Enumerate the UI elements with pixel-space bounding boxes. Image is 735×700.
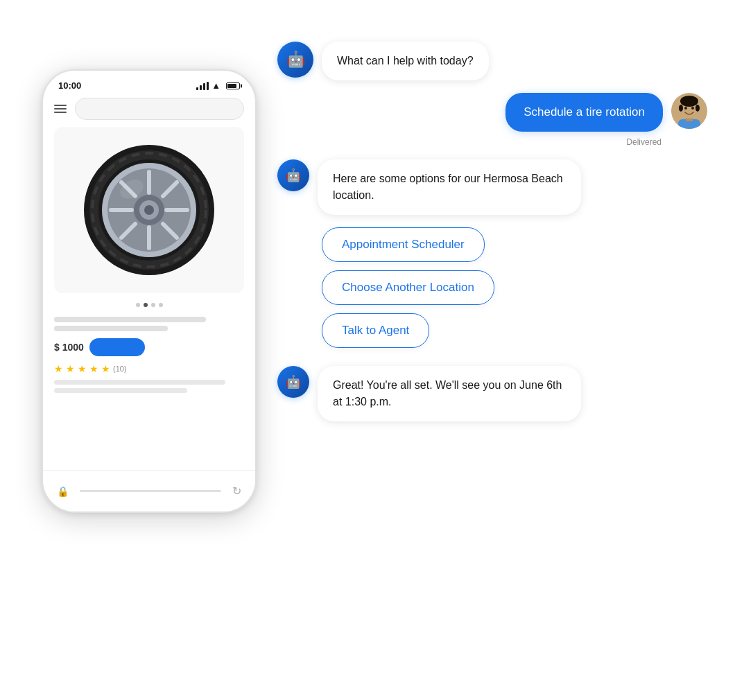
- bot-options-intro-bubble: Here are some options for our Hermosa Be…: [318, 159, 581, 215]
- bot-confirmation-text: Great! You're all set. We'll see you on …: [333, 379, 562, 408]
- svg-point-26: [695, 105, 700, 112]
- bot-greeting-bubble: What can I help with today?: [322, 42, 489, 80]
- bot-greeting-text: What can I help with today?: [337, 55, 474, 67]
- tire-image: [54, 127, 244, 293]
- bot-options-intro-row: 🤖 Here are some options for our Hermosa …: [277, 159, 707, 215]
- status-bar: 10:00 ▲: [43, 71, 255, 95]
- star-3: ★: [78, 363, 87, 374]
- svg-point-23: [691, 107, 694, 110]
- user-message-bubble: Schedule a tire rotation: [505, 93, 663, 132]
- phone-mockup: 10:00 ▲: [42, 69, 257, 513]
- desc-line-2: [54, 388, 187, 393]
- stars-row: ★ ★ ★ ★ ★ (10): [54, 363, 244, 374]
- time-display: 10:00: [58, 80, 81, 91]
- star-5: ★: [101, 363, 110, 374]
- option-buttons: Appointment Scheduler Choose Another Loc…: [277, 227, 707, 348]
- svg-point-25: [679, 105, 683, 112]
- phone-bottom-bar: 🔒 ↻: [43, 470, 255, 511]
- dot-4: [159, 303, 163, 307]
- hamburger-icon[interactable]: [54, 105, 67, 113]
- image-dots: [54, 303, 244, 307]
- talk-to-agent-label: Talk to Agent: [342, 324, 409, 337]
- price-row: $ 1000: [54, 338, 244, 356]
- search-input[interactable]: [75, 98, 244, 120]
- appointment-scheduler-button[interactable]: Appointment Scheduler: [322, 227, 485, 262]
- buy-button[interactable]: [89, 338, 145, 356]
- bot-avatar-2: 🤖: [277, 159, 309, 191]
- delivered-label: Delivered: [277, 137, 662, 147]
- title-line: [54, 317, 206, 322]
- appointment-scheduler-label: Appointment Scheduler: [342, 238, 465, 251]
- star-1: ★: [54, 363, 63, 374]
- choose-location-label: Choose Another Location: [342, 281, 474, 294]
- user-avatar: [671, 93, 707, 129]
- lock-icon: 🔒: [57, 486, 69, 497]
- price-text: $ 1000: [54, 342, 84, 353]
- bot-options-intro-text: Here are some options for our Hermosa Be…: [333, 173, 563, 201]
- bottom-description: [54, 380, 244, 393]
- star-4: ★: [89, 363, 98, 374]
- wifi-icon: ▲: [211, 80, 220, 91]
- review-count: (10): [113, 365, 127, 373]
- subtitle-line: [54, 326, 168, 331]
- delivered-text: Delivered: [626, 137, 662, 147]
- svg-point-16: [144, 205, 154, 215]
- bot-avatar-1: 🤖: [277, 42, 313, 78]
- phone-search-bar: [43, 95, 255, 127]
- product-description: [54, 317, 244, 331]
- bot-confirmation-row: 🤖 Great! You're all set. We'll see you o…: [277, 366, 707, 421]
- robot-icon: 🤖: [286, 51, 305, 69]
- talk-to-agent-button[interactable]: Talk to Agent: [322, 313, 429, 348]
- tire-svg: [80, 137, 218, 283]
- dot-3: [151, 303, 155, 307]
- choose-location-button[interactable]: Choose Another Location: [322, 270, 494, 305]
- signal-bars-icon: [196, 82, 209, 90]
- dot-2: [144, 303, 148, 307]
- user-message-text: Schedule a tire rotation: [524, 105, 645, 119]
- star-2: ★: [66, 363, 75, 374]
- phone-content: $ 1000 ★ ★ ★ ★ ★ (10): [43, 127, 255, 404]
- robot-icon-2: 🤖: [286, 168, 301, 183]
- battery-icon: [226, 82, 240, 89]
- chat-area: 🤖 What can I help with today? Schedule a…: [277, 42, 707, 421]
- bot-confirmation-bubble: Great! You're all set. We'll see you on …: [318, 366, 581, 421]
- bot-greeting-row: 🤖 What can I help with today?: [277, 42, 707, 80]
- svg-point-24: [680, 96, 698, 107]
- url-bar[interactable]: [80, 490, 221, 492]
- bot-avatar-3: 🤖: [277, 366, 309, 398]
- refresh-icon[interactable]: ↻: [232, 484, 241, 498]
- robot-icon-3: 🤖: [286, 374, 301, 390]
- desc-line-1: [54, 380, 225, 385]
- user-message-row: Schedule a tire rotation: [505, 93, 707, 132]
- signal-icons: ▲: [196, 80, 240, 91]
- svg-point-22: [684, 107, 687, 110]
- dot-1: [136, 303, 140, 307]
